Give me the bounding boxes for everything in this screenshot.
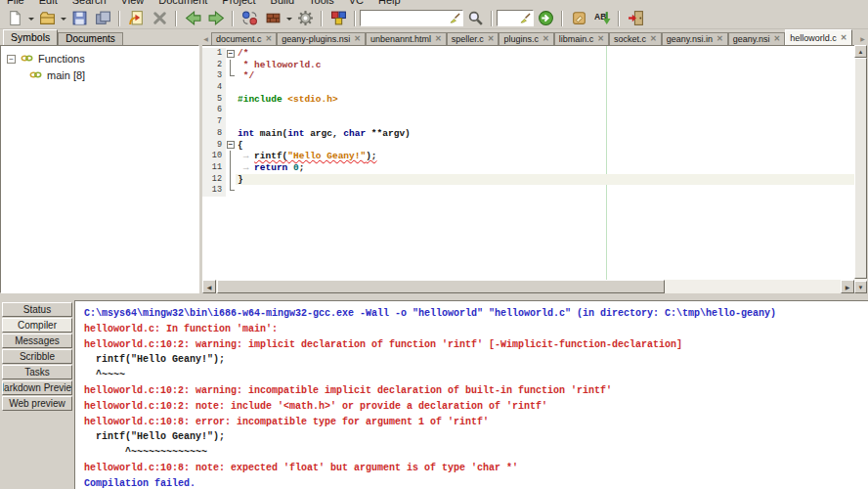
message-tab-web-preview[interactable]: Web preview: [2, 396, 72, 411]
new-file-button[interactable]: [3, 9, 26, 28]
compiler-message[interactable]: ^~~~~: [84, 368, 868, 383]
hscroll-left-icon[interactable]: ◀: [202, 280, 216, 293]
tab-close-icon[interactable]: ✕: [841, 34, 847, 42]
line-number[interactable]: 12: [202, 174, 226, 186]
fold-collapse-icon[interactable]: −: [227, 50, 235, 58]
menu-edit[interactable]: Edit: [39, 0, 58, 6]
quit-button[interactable]: [624, 9, 647, 28]
code-text[interactable]: {: [236, 140, 854, 152]
tab-close-icon[interactable]: ✕: [542, 35, 549, 43]
compiler-message[interactable]: rintf("Hello Geany!");: [84, 352, 868, 368]
menu-file[interactable]: File: [7, 0, 24, 6]
tab-close-icon[interactable]: ✕: [650, 35, 657, 43]
save-all-button[interactable]: [91, 9, 114, 28]
tab-close-icon[interactable]: ✕: [774, 35, 781, 43]
clear-icon[interactable]: [520, 13, 531, 23]
sidebar-tab-documents[interactable]: Documents: [58, 32, 123, 45]
goto-line-button[interactable]: [534, 9, 557, 28]
revert-button[interactable]: [124, 9, 148, 28]
vscroll-up-icon[interactable]: ▲: [854, 45, 867, 58]
code-text[interactable]: }: [236, 174, 854, 186]
line-number[interactable]: 10: [202, 151, 226, 162]
line-number[interactable]: 13: [202, 185, 226, 197]
hscroll-thumb[interactable]: [217, 280, 665, 293]
vscroll-thumb[interactable]: [854, 58, 867, 279]
tree-item-main[interactable]: main [8]: [1, 68, 198, 82]
line-number[interactable]: 7: [202, 116, 226, 128]
file-tab-libmain.c[interactable]: libmain.c✕: [554, 32, 609, 45]
goto-line-entry[interactable]: [497, 10, 534, 26]
compiler-message[interactable]: helloworld.c:10:8: error: incompatible t…: [84, 415, 868, 430]
hscroll-right-icon[interactable]: ▶: [841, 280, 854, 293]
code-text[interactable]: #include <stdio.h>: [236, 94, 854, 106]
tab-close-icon[interactable]: ✕: [266, 35, 273, 43]
color-chooser-button[interactable]: [326, 9, 350, 28]
line-number[interactable]: 3: [202, 70, 226, 82]
line-number[interactable]: 9: [202, 140, 226, 152]
line-number[interactable]: 8: [202, 128, 226, 140]
color-picker-button[interactable]: [567, 9, 590, 28]
file-tab-document.c[interactable]: document.c✕: [211, 32, 277, 45]
code-text[interactable]: [236, 82, 854, 94]
message-tab-tasks[interactable]: Tasks: [2, 365, 72, 379]
menu-vc[interactable]: VC: [349, 0, 364, 6]
message-tab-status[interactable]: Status: [2, 302, 72, 317]
compiler-message[interactable]: rintf("Hello Geany!");: [84, 429, 868, 445]
file-tab-speller.c[interactable]: speller.c✕: [447, 32, 499, 45]
menu-search[interactable]: Search: [72, 0, 107, 6]
open-file-button[interactable]: [35, 9, 59, 28]
line-number[interactable]: 11: [202, 162, 226, 174]
editor-vscrollbar[interactable]: ▲ ▼: [854, 45, 867, 293]
line-number[interactable]: 5: [202, 94, 226, 106]
menu-view[interactable]: View: [121, 0, 145, 6]
line-number[interactable]: 6: [202, 105, 226, 116]
close-document-button[interactable]: [148, 9, 171, 28]
line-number[interactable]: 2: [202, 60, 226, 71]
tab-close-icon[interactable]: ✕: [354, 35, 361, 43]
code-text[interactable]: [236, 185, 854, 197]
compiler-message[interactable]: helloworld.c:10:2: warning: incompatible…: [84, 383, 868, 399]
menu-build[interactable]: Build: [271, 0, 294, 6]
compiler-message[interactable]: helloworld.c:10:2: note: include '<math.…: [84, 399, 868, 415]
compiler-message[interactable]: helloworld.c: In function 'main':: [84, 322, 868, 337]
code-text[interactable]: [236, 116, 854, 128]
code-text[interactable]: int main(int argc, char **argv): [236, 128, 854, 140]
compiler-message[interactable]: helloworld.c:10:8: note: expected 'float…: [84, 461, 868, 476]
tab-close-icon[interactable]: ✕: [435, 35, 442, 43]
code-text[interactable]: * helloworld.c: [236, 60, 854, 71]
code-text[interactable]: /*: [236, 48, 854, 60]
vscroll-down-icon[interactable]: ▼: [854, 281, 867, 293]
code-text[interactable]: → return 0;: [236, 162, 854, 174]
menu-help[interactable]: Help: [378, 0, 401, 6]
message-tab-markdown-preview[interactable]: Markdown Preview: [2, 380, 72, 395]
tab-close-icon[interactable]: ✕: [716, 35, 723, 43]
editor-hscrollbar[interactable]: ◀ ▶: [202, 280, 854, 293]
file-tab-socket.c[interactable]: socket.c✕: [609, 32, 662, 45]
open-file-dropdown-arrow-icon[interactable]: [59, 9, 67, 28]
navigate-back-button[interactable]: [181, 9, 204, 28]
find-button[interactable]: [463, 9, 487, 28]
compiler-message[interactable]: helloworld.c:10:2: warning: implicit dec…: [84, 337, 868, 353]
save-button[interactable]: [67, 9, 91, 28]
line-number[interactable]: 1: [202, 48, 226, 60]
menu-tools[interactable]: Tools: [309, 0, 334, 6]
build-button[interactable]: [261, 9, 284, 28]
message-tab-scribble[interactable]: Scribble: [2, 349, 72, 364]
file-tab-helloworld.c[interactable]: helloworld.c✕: [785, 29, 851, 45]
compile-button[interactable]: [238, 9, 261, 28]
code-text[interactable]: */: [236, 70, 854, 82]
fold-collapse-icon[interactable]: −: [227, 141, 235, 149]
search-entry[interactable]: [360, 10, 463, 26]
expander-minus-icon[interactable]: −: [7, 55, 16, 64]
run-button[interactable]: [293, 9, 317, 28]
line-number[interactable]: 4: [202, 82, 226, 94]
tree-item-functions[interactable]: − Functions: [1, 52, 198, 66]
sidebar-tab-symbols[interactable]: Symbols: [3, 29, 58, 45]
build-dropdown-arrow-icon[interactable]: [284, 9, 293, 28]
tab-scroll-left-icon[interactable]: ◀: [200, 31, 211, 45]
tab-scroll-right-icon[interactable]: ▶: [857, 31, 868, 45]
file-tab-geany.nsi.in[interactable]: geany.nsi.in✕: [662, 32, 728, 45]
tab-close-icon[interactable]: ✕: [488, 35, 495, 43]
message-tab-compiler[interactable]: Compiler: [2, 318, 72, 333]
file-tab-geany-plugins.nsi[interactable]: geany-plugins.nsi✕: [277, 32, 366, 45]
